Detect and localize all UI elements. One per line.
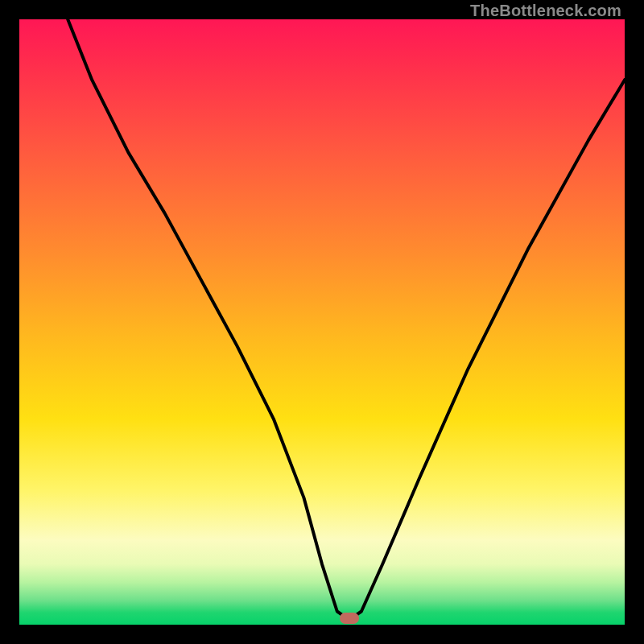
optimal-marker [340, 613, 359, 624]
curve-path [68, 19, 625, 620]
chart-frame [19, 19, 625, 625]
attribution-text: TheBottleneck.com [470, 2, 621, 20]
plot-area [19, 19, 625, 625]
bottleneck-curve [19, 19, 625, 625]
